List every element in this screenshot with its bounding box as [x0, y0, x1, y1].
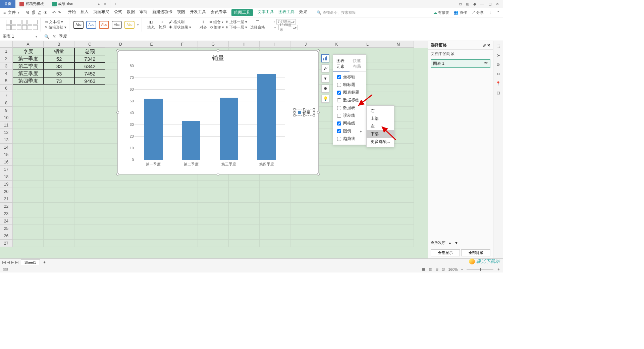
- view-read-icon[interactable]: ⊡: [442, 267, 445, 271]
- rotate-button[interactable]: ⟲ 旋转 ▾: [210, 25, 224, 30]
- eye-icon[interactable]: 👁: [484, 61, 488, 66]
- data-cell[interactable]: 季度: [13, 48, 44, 55]
- effects-button[interactable]: ◈ 形状效果 ▾: [169, 25, 191, 30]
- tab-effects[interactable]: 效果: [299, 9, 307, 16]
- chart-object[interactable]: 销量 01020304050607080 第一季度第二季度第三季度第四季度 销量: [117, 50, 319, 174]
- print-icon[interactable]: 🖨: [38, 10, 42, 15]
- align-button[interactable]: ⫴对齐: [198, 20, 208, 30]
- legend-position-option[interactable]: 更多选项...: [367, 138, 394, 146]
- col-header-I[interactable]: I: [260, 41, 290, 48]
- modified-badge[interactable]: ☁ 有修改: [433, 10, 449, 15]
- sheet-last-icon[interactable]: ▶|: [15, 260, 19, 264]
- chart-bar[interactable]: [257, 74, 276, 160]
- tab-custom[interactable]: 新建选项卡: [152, 9, 172, 16]
- side-select-icon[interactable]: ⬚: [496, 44, 500, 48]
- side-cursor-icon[interactable]: ➤: [497, 53, 500, 58]
- data-cell[interactable]: 9463: [74, 77, 105, 85]
- pane-pin-icon[interactable]: ⤢: [483, 43, 486, 48]
- side-clip-icon[interactable]: ✂: [497, 72, 500, 77]
- chart-settings-button[interactable]: ⚙: [321, 85, 329, 93]
- row-header-2[interactable]: 2: [0, 55, 13, 62]
- textbox-button[interactable]: ▭ 文本框 ▾: [45, 19, 66, 24]
- data-cell[interactable]: 第二季度: [13, 62, 44, 70]
- selection-pane-button[interactable]: ☰选择窗格: [249, 20, 266, 30]
- data-cell[interactable]: 73: [44, 77, 74, 85]
- menu-icon[interactable]: ≡: [3, 10, 6, 15]
- formula-input[interactable]: 季度: [59, 34, 67, 39]
- zoom-out-button[interactable]: −: [461, 267, 463, 271]
- row-header-5[interactable]: 5: [0, 77, 13, 85]
- row-header-18[interactable]: 18: [0, 173, 13, 181]
- zoom-slider[interactable]: [467, 269, 493, 269]
- data-cell[interactable]: 第一季度: [13, 55, 44, 62]
- data-cell[interactable]: 7452: [74, 70, 105, 77]
- sheet-first-icon[interactable]: |◀: [2, 260, 6, 264]
- legend-position-option[interactable]: 左: [367, 122, 394, 130]
- apps-icon[interactable]: ⊞: [466, 2, 469, 6]
- row-header-17[interactable]: 17: [0, 166, 13, 173]
- spreadsheet-grid[interactable]: ABCDEFGHIJKLM 12345678910111213141516171…: [0, 41, 428, 258]
- skin-icon[interactable]: ◆: [473, 2, 476, 6]
- chart-element-option[interactable]: 网格线: [333, 119, 366, 127]
- save-icon[interactable]: 🖫: [25, 10, 30, 15]
- zoom-formula-icon[interactable]: 🔍: [44, 34, 49, 39]
- popup-tab-elements[interactable]: 图表元素: [333, 57, 350, 71]
- style-5[interactable]: Abc: [124, 21, 135, 29]
- coop-button[interactable]: 👥 协作: [454, 10, 467, 15]
- data-cell[interactable]: 销量: [44, 48, 74, 55]
- sheet-tab[interactable]: Sheet1: [21, 259, 40, 265]
- tab-view[interactable]: 视图: [177, 9, 185, 16]
- layout-icon[interactable]: ⧉: [459, 2, 462, 6]
- row-header-11[interactable]: 11: [0, 121, 13, 129]
- data-cell[interactable]: 总额: [74, 48, 105, 55]
- add-sheet-button[interactable]: ＋: [40, 260, 49, 265]
- chart-element-option[interactable]: 误差线: [333, 112, 366, 119]
- undo-icon[interactable]: ↶: [52, 10, 56, 15]
- data-cell[interactable]: 52: [44, 55, 74, 62]
- legend-position-submenu[interactable]: 右上部左下部更多选项...: [366, 105, 394, 147]
- tab-formula[interactable]: 公式: [114, 9, 122, 16]
- data-cell[interactable]: 33: [44, 62, 74, 70]
- chart-elements-popup[interactable]: 图表元素 快速布局 坐标轴轴标题图表标题数据标签数据表误差线网格线图例▸趋势线: [333, 54, 366, 145]
- row-header-15[interactable]: 15: [0, 151, 13, 158]
- data-cell[interactable]: 6342: [74, 62, 105, 70]
- name-box[interactable]: 图表 1▾: [0, 32, 40, 41]
- col-header-K[interactable]: K: [321, 41, 352, 48]
- row-header-21[interactable]: 21: [0, 195, 13, 203]
- pane-close-icon[interactable]: ✕: [487, 43, 490, 48]
- chart-element-option[interactable]: 数据标签: [333, 96, 366, 104]
- legend-position-option[interactable]: 右: [367, 107, 394, 115]
- tab-file[interactable]: 成绩.xlsx●×: [48, 0, 110, 8]
- tab-review[interactable]: 审阅: [140, 9, 148, 16]
- col-header-C[interactable]: C: [74, 41, 105, 48]
- tab-docer[interactable]: 找稻壳模板: [15, 0, 48, 8]
- style-2[interactable]: Abc: [86, 21, 96, 29]
- row-header-24[interactable]: 24: [0, 217, 13, 225]
- pane-object-item[interactable]: 图表 1👁: [431, 59, 490, 68]
- view-normal-icon[interactable]: ▦: [422, 267, 425, 271]
- row-header-16[interactable]: 16: [0, 158, 13, 166]
- row-header-9[interactable]: 9: [0, 107, 13, 114]
- data-cell[interactable]: 53: [44, 70, 74, 77]
- width-input[interactable]: 12.68厘米▴▾: [278, 25, 298, 30]
- preview-icon[interactable]: 👁: [44, 10, 48, 15]
- view-break-icon[interactable]: ⊞: [435, 267, 438, 271]
- close-window-icon[interactable]: ✕: [496, 2, 499, 6]
- col-header-F[interactable]: F: [167, 41, 198, 48]
- row-header-23[interactable]: 23: [0, 210, 13, 217]
- row-header-10[interactable]: 10: [0, 114, 13, 121]
- tab-drawing-tools[interactable]: 绘图工具: [231, 9, 253, 16]
- sheet-prev-icon[interactable]: ◀: [7, 260, 10, 264]
- chart-bar[interactable]: [220, 98, 238, 160]
- col-header-E[interactable]: E: [136, 41, 167, 48]
- side-more-icon[interactable]: ⊡: [497, 91, 500, 95]
- tab-dev[interactable]: 开发工具: [190, 9, 206, 16]
- collapse-icon[interactable]: ⌃: [497, 10, 500, 15]
- fill-button[interactable]: ◧填充: [146, 20, 156, 30]
- row-header-6[interactable]: 6: [0, 85, 13, 92]
- maximize-icon[interactable]: ◻: [488, 2, 492, 6]
- row-header-1[interactable]: 1: [0, 48, 13, 55]
- col-header-B[interactable]: B: [44, 41, 74, 48]
- chart-elements-button[interactable]: [321, 54, 329, 62]
- hide-all-button[interactable]: 全部隐藏: [461, 249, 490, 256]
